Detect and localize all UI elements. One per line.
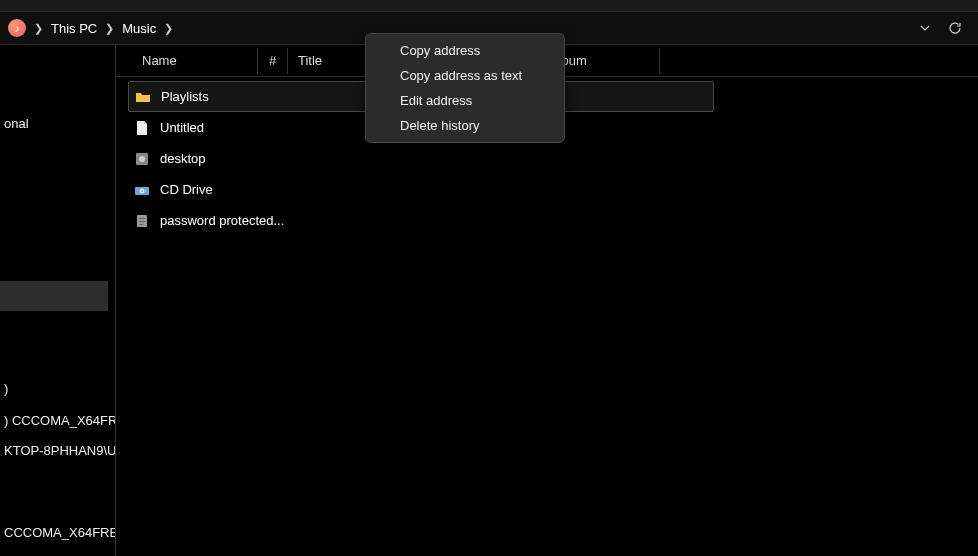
folder-icon [135, 89, 151, 105]
file-row-cd-drive[interactable]: CD Drive [128, 174, 966, 205]
settings-file-icon [134, 151, 150, 167]
breadcrumb-separator: ❯ [26, 22, 51, 35]
file-icon [134, 120, 150, 136]
svg-point-4 [141, 190, 143, 192]
file-name: desktop [160, 151, 206, 166]
file-name: CD Drive [160, 182, 213, 197]
address-bar-context-menu: Copy address Copy address as text Edit a… [365, 33, 565, 143]
sidebar-item-selected[interactable] [0, 281, 108, 311]
sidebar-item[interactable]: KTOP-8PHHAN9\Use [0, 437, 116, 464]
context-copy-address-as-text[interactable]: Copy address as text [366, 63, 564, 88]
context-edit-address[interactable]: Edit address [366, 88, 564, 113]
refresh-button[interactable] [940, 13, 970, 43]
column-track-number[interactable]: # [258, 48, 288, 74]
svg-rect-8 [139, 224, 143, 225]
file-row-desktop[interactable]: desktop [128, 143, 966, 174]
context-copy-address[interactable]: Copy address [366, 38, 564, 63]
context-delete-history[interactable]: Delete history [366, 113, 564, 138]
sidebar-item[interactable]: onal [0, 110, 33, 137]
sidebar-item[interactable]: ) CCCOMA_X64FRE_E [0, 407, 116, 434]
sidebar-item[interactable]: CCCOMA_X64FRE_EN [0, 519, 116, 546]
column-name[interactable]: Name [132, 48, 258, 74]
file-name: password protected... [160, 213, 284, 228]
svg-point-1 [139, 156, 145, 162]
breadcrumb-this-pc[interactable]: This PC [51, 21, 97, 36]
breadcrumb-separator: ❯ [156, 22, 181, 35]
breadcrumb-music[interactable]: Music [122, 21, 156, 36]
sidebar-item[interactable]: ) [0, 375, 12, 402]
music-folder-icon: ♪ [8, 19, 26, 37]
window-top-strip [0, 0, 978, 12]
navigation-sidebar[interactable]: onal ) ) CCCOMA_X64FRE_E KTOP-8PHHAN9\Us… [0, 45, 116, 556]
protected-file-icon [134, 213, 150, 229]
svg-rect-7 [139, 221, 145, 222]
breadcrumb-separator: ❯ [97, 22, 122, 35]
file-row-password-protected[interactable]: password protected... [128, 205, 966, 236]
file-name: Playlists [161, 89, 209, 104]
history-dropdown-button[interactable] [910, 13, 940, 43]
cd-drive-icon [134, 182, 150, 198]
svg-rect-6 [139, 218, 145, 219]
file-name: Untitled [160, 120, 204, 135]
